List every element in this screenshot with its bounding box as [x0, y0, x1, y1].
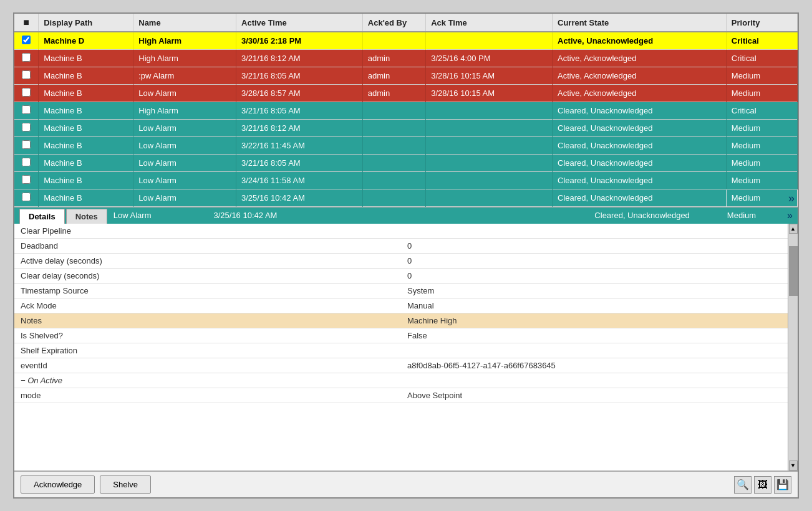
shelve-button[interactable]: Shelve [100, 475, 151, 494]
row-active-time: 3/22/16 11:45 AM [236, 137, 363, 155]
table-row[interactable]: Machine BLow Alarm3/22/16 11:45 AMCleare… [14, 137, 798, 155]
image-icon: 🖼 [758, 479, 768, 490]
row-path: Machine B [39, 172, 133, 189]
col-name: Name [133, 14, 236, 32]
row-active-time: 3/25/16 10:42 AM [236, 189, 363, 207]
detail-row: eventIda8f0d8ab-06f5-4127-a147-a66f67683… [14, 358, 788, 373]
row-checkbox[interactable] [14, 137, 39, 155]
detail-row: Is Shelved?False [14, 328, 788, 343]
detail-value: a8f0d8ab-06f5-4127-a147-a66f67683645 [401, 358, 788, 373]
search-icon: 🔍 [737, 479, 749, 490]
row-state: Cleared, Unacknowledged [553, 155, 727, 172]
detail-value [401, 343, 788, 358]
detail-row: Timestamp SourceSystem [14, 284, 788, 298]
detail-value: False [401, 328, 788, 343]
row-checkbox[interactable] [14, 172, 39, 189]
row-checkbox[interactable] [14, 120, 39, 137]
row-checkbox[interactable] [14, 67, 39, 85]
expand-icon[interactable]: » [787, 211, 793, 221]
row-name: Low Alarm [133, 155, 236, 172]
tool-icons: 🔍 🖼 💾 [734, 476, 791, 494]
detail-row: NotesMachine High [14, 313, 788, 328]
scroll-up-arrow[interactable]: ▲ [789, 224, 798, 234]
row-path: Machine B [39, 189, 133, 207]
row-name: High Alarm [133, 50, 236, 67]
detail-row: Clear Pipeline [14, 224, 788, 239]
row-checkbox[interactable] [14, 189, 39, 207]
row-priority: Medium [726, 137, 797, 155]
detail-label: Timestamp Source [14, 284, 401, 298]
row-ackedby [362, 155, 425, 172]
row-state: Cleared, Unacknowledged [553, 102, 727, 120]
row-priority: Medium [726, 67, 797, 85]
detail-label: Deadband [14, 239, 401, 254]
row-active-time: 3/30/16 2:18 PM [236, 32, 363, 50]
scroll-down-arrow[interactable]: ▼ [789, 461, 798, 470]
table-row[interactable]: Machine BLow Alarm3/25/16 10:42 AMCleare… [14, 189, 798, 207]
table-row[interactable]: Machine B:pw Alarm3/21/16 8:05 AMadmin3/… [14, 67, 798, 85]
row-ack-time [426, 120, 553, 137]
save-icon-button[interactable]: 💾 [774, 476, 791, 494]
select-all-header[interactable]: ■ [14, 14, 39, 32]
detail-value: Manual [401, 298, 788, 313]
table-row[interactable]: Machine BLow Alarm3/21/16 8:05 AMCleared… [14, 155, 798, 172]
image-icon-button[interactable]: 🖼 [754, 476, 771, 494]
row-ackedby [362, 172, 425, 189]
table-row[interactable]: Machine BLow Alarm3/21/16 8:12 AMCleared… [14, 120, 798, 137]
detail-label: eventId [14, 358, 401, 373]
row-expand-icon[interactable]: » [788, 192, 795, 205]
row-ack-time: 3/25/16 4:00 PM [426, 50, 553, 67]
row-ackedby: admin [362, 85, 425, 102]
detail-label: Clear delay (seconds) [14, 269, 401, 284]
row-ack-time: 3/28/16 10:15 AM [426, 67, 553, 85]
row-checkbox[interactable] [14, 102, 39, 120]
search-icon-button[interactable]: 🔍 [734, 476, 752, 494]
tab-row-alarm-name: Low Alarm [114, 211, 152, 221]
acknowledge-button[interactable]: Acknowledge [21, 475, 95, 494]
row-name: High Alarm [133, 32, 236, 50]
mode-label: mode [14, 388, 401, 403]
row-ack-time [426, 172, 553, 189]
row-path: Machine B [39, 67, 133, 85]
row-ack-time [426, 189, 553, 207]
alarm-window: ■ Display Path Name Active Time Ack'ed B… [13, 12, 799, 499]
row-checkbox[interactable] [14, 85, 39, 102]
mode-value: Above Setpoint [401, 388, 788, 403]
row-name: Low Alarm [133, 120, 236, 137]
row-priority: Critical [726, 102, 797, 120]
row-checkbox[interactable] [14, 32, 39, 50]
row-name: Low Alarm [133, 172, 236, 189]
row-ack-time [426, 32, 553, 50]
row-active-time: 3/21/16 8:05 AM [236, 67, 363, 85]
tab-row-state: Cleared, Unacknowledged [594, 211, 689, 221]
detail-value: 0 [401, 254, 788, 269]
scrollbar-thumb[interactable] [789, 246, 798, 296]
scrollbar[interactable]: ▲ ▼ [788, 224, 798, 470]
row-state: Cleared, Unacknowledged [553, 172, 727, 189]
row-ack-time: 3/28/16 10:15 AM [426, 85, 553, 102]
detail-label: Ack Mode [14, 298, 401, 313]
tabs-row: Details Notes Low Alarm 3/25/16 10:42 AM… [14, 208, 798, 224]
row-state: Active, Acknowledged [553, 67, 727, 85]
row-ack-time [426, 155, 553, 172]
detail-label: Active delay (seconds) [14, 254, 401, 269]
table-row[interactable]: Machine BLow Alarm3/24/16 11:58 AMCleare… [14, 172, 798, 189]
detail-row: Ack ModeManual [14, 298, 788, 313]
row-path: Machine B [39, 50, 133, 67]
table-row[interactable]: Machine BLow Alarm3/28/16 8:57 AMadmin3/… [14, 85, 798, 102]
table-row[interactable]: Machine BHigh Alarm3/21/16 8:12 AMadmin3… [14, 50, 798, 67]
detail-label: Notes [14, 313, 401, 328]
tab-details[interactable]: Details [19, 209, 65, 224]
details-table: Clear PipelineDeadband0Active delay (sec… [14, 224, 788, 403]
row-ackedby [362, 32, 425, 50]
row-name: :pw Alarm [133, 67, 236, 85]
row-active-time: 3/21/16 8:12 AM [236, 120, 363, 137]
detail-label: Clear Pipeline [14, 224, 401, 239]
detail-label: Is Shelved? [14, 328, 401, 343]
row-checkbox[interactable] [14, 50, 39, 67]
table-row[interactable]: Machine BHigh Alarm3/21/16 8:05 AMCleare… [14, 102, 798, 120]
col-active-time: Active Time [236, 14, 363, 32]
row-checkbox[interactable] [14, 155, 39, 172]
table-row[interactable]: Machine DHigh Alarm3/30/16 2:18 PMActive… [14, 32, 798, 50]
tab-notes[interactable]: Notes [66, 209, 107, 224]
